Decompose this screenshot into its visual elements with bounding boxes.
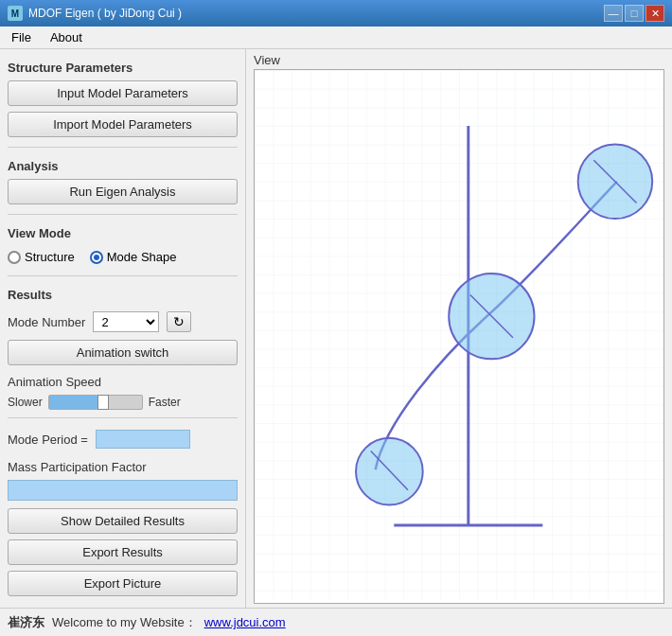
radio-structure-label[interactable]: Structure [8, 250, 75, 264]
app-title: MDOF Eigen ( by JiDong Cui ) [28, 7, 182, 20]
mode-number-row: Mode Number 2 1 3 ↻ [8, 311, 238, 332]
mass-participation-bar [8, 480, 238, 501]
run-eigen-button[interactable]: Run Eigen Analysis [8, 179, 238, 204]
results-label: Results [8, 288, 238, 302]
view-mode-label: View Mode [8, 226, 238, 240]
mode-period-label: Mode Period = [8, 433, 88, 447]
radio-structure-text: Structure [25, 250, 75, 264]
divider-2 [8, 214, 238, 215]
close-button[interactable]: ✕ [645, 5, 664, 22]
view-canvas [254, 69, 664, 604]
structure-params-label: Structure Parameters [8, 61, 238, 75]
radio-mode-shape-text: Mode Shape [107, 250, 177, 264]
radio-mode-shape-label[interactable]: Mode Shape [90, 250, 177, 264]
export-results-button[interactable]: Export Results [8, 539, 238, 565]
export-picture-button[interactable]: Export Picture [8, 571, 238, 596]
divider-1 [8, 147, 238, 148]
import-model-button[interactable]: Import Model Parameters [8, 112, 238, 137]
left-panel: Structure Parameters Input Model Paramet… [0, 49, 246, 608]
input-model-button[interactable]: Input Model Parameters [8, 80, 238, 106]
mode-period-value [96, 430, 190, 449]
show-detailed-button[interactable]: Show Detailed Results [8, 508, 238, 534]
mode-number-label: Mode Number [8, 315, 85, 329]
menu-bar: File About [0, 26, 672, 49]
main-layout: Structure Parameters Input Model Paramet… [0, 49, 672, 608]
slower-label: Slower [8, 396, 43, 409]
divider-4 [8, 417, 238, 418]
menu-file[interactable]: File [4, 28, 39, 46]
mass-participation-label: Mass Participation Factor [8, 460, 238, 474]
mode-number-select[interactable]: 2 1 3 [93, 311, 159, 332]
mode-period-row: Mode Period = [8, 430, 238, 449]
minimize-button[interactable]: — [604, 5, 623, 22]
title-bar: M MDOF Eigen ( by JiDong Cui ) — □ ✕ [0, 0, 672, 26]
menu-about[interactable]: About [43, 28, 90, 46]
view-mode-radio-group: Structure Mode Shape [8, 250, 238, 264]
maximize-button[interactable]: □ [625, 5, 644, 22]
title-bar-left: M MDOF Eigen ( by JiDong Cui ) [8, 6, 182, 21]
animation-speed-label: Animation Speed [8, 375, 238, 389]
refresh-button[interactable]: ↻ [167, 311, 191, 332]
animation-switch-button[interactable]: Animation switch [8, 340, 238, 365]
radio-structure-dot[interactable] [8, 251, 21, 264]
divider-3 [8, 275, 238, 276]
view-panel: View [246, 49, 672, 608]
slider-row: Slower Faster [8, 395, 238, 410]
status-separator: Welcome to my Website： [52, 614, 197, 631]
window-controls: — □ ✕ [604, 5, 664, 22]
status-bar: 崔济东 Welcome to my Website： www.jdcui.com [0, 608, 672, 636]
faster-label: Faster [149, 396, 181, 409]
app-icon: M [8, 6, 23, 21]
radio-mode-shape-dot[interactable] [90, 251, 103, 264]
status-website[interactable]: www.jdcui.com [204, 615, 286, 629]
visualization-svg [255, 70, 663, 600]
status-name: 崔济东 [8, 614, 44, 631]
speed-slider[interactable] [48, 395, 143, 410]
view-label: View [254, 53, 664, 67]
analysis-label: Analysis [8, 159, 238, 173]
